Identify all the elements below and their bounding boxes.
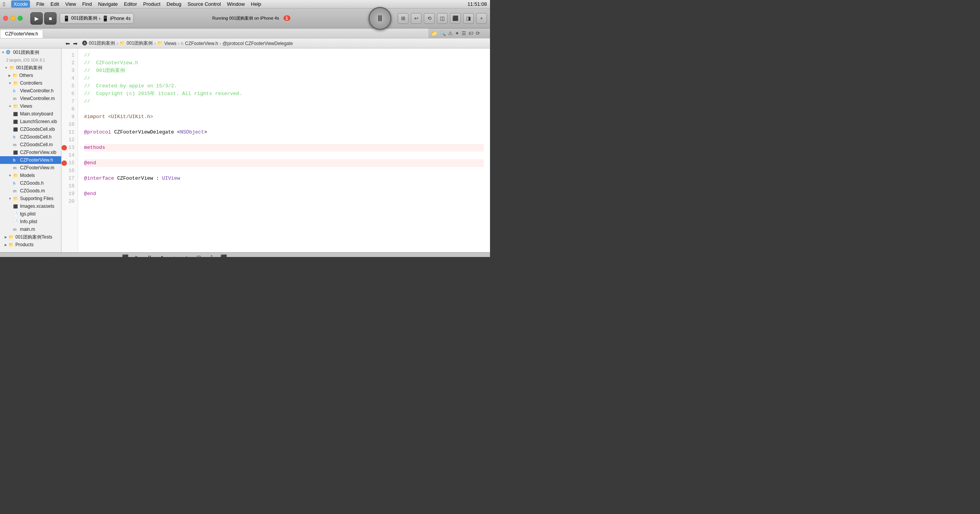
history-icon-btn[interactable]: ⟳ (476, 30, 480, 36)
editor-tab[interactable]: CZFooterView.h (0, 30, 43, 38)
error-indicator[interactable] (62, 145, 67, 150)
view-toggle-3[interactable]: ⊙ (40, 255, 49, 257)
breadcrumb-folder[interactable]: 001团购案例 (127, 40, 153, 47)
editor-pause-btn[interactable]: ⏸ (145, 253, 154, 257)
sidebar-item-viewcontroller-h[interactable]: h ViewController.h (0, 87, 61, 95)
source-icon-btn[interactable]: ✦ (455, 30, 459, 36)
breadcrumb-project[interactable]: 001团购案例 (89, 40, 115, 47)
sidebar-item-czgoodscell-h[interactable]: h CZGoodsCell.h (0, 133, 61, 141)
triangle-icon[interactable]: ▼ (8, 105, 12, 108)
add-file-button[interactable]: + (3, 255, 12, 257)
editor-location-btn[interactable]: ⤴ (207, 253, 216, 257)
sidebar-item-others[interactable]: ▶ 📁 Others (0, 72, 61, 79)
sidebar-item-info-plist[interactable]: 📄 Info.plist (0, 218, 61, 225)
sidebar-item-czgoods-h[interactable]: h CZGoods.h (0, 179, 61, 187)
minimize-button[interactable] (10, 16, 15, 21)
triangle-icon[interactable]: ▶ (5, 243, 7, 247)
sidebar-item-products[interactable]: ▶ 📁 Products (0, 241, 61, 249)
menu-window[interactable]: Window (227, 1, 245, 7)
sidebar-item-czfooterview-h[interactable]: h CZFooterView.h (0, 156, 61, 164)
sidebar-item-views[interactable]: ▼ 📁 Views (0, 102, 61, 110)
run-button[interactable]: ▶ (30, 12, 43, 25)
menu-help[interactable]: Help (251, 1, 261, 7)
triangle-icon[interactable]: ▼ (5, 66, 8, 70)
menu-product[interactable]: Product (143, 1, 160, 7)
layout-icon-3[interactable]: ⟲ (424, 13, 435, 24)
sidebar-item-viewcontroller-m[interactable]: m ViewController.m (0, 95, 61, 102)
triangle-icon[interactable]: ▶ (8, 74, 11, 77)
tag-icon-btn[interactable]: 🏷 (468, 30, 473, 36)
editor-scheme-icon[interactable]: ⬛ (219, 253, 228, 257)
layout-icon-6[interactable]: ◨ (463, 13, 474, 24)
sidebar-item-tests[interactable]: ▶ 📁 001团购案例Tests (0, 233, 61, 241)
sidebar-item-controllers[interactable]: ▼ 📁 Controllers (0, 79, 61, 87)
menu-navigate[interactable]: Navigate (98, 1, 118, 7)
layout-icon-2[interactable]: ↩ (411, 13, 422, 24)
triangle-icon[interactable]: ▼ (2, 51, 5, 54)
code-text[interactable]: // // CZFooterView.h // 001团购案例 // // Cr… (78, 48, 490, 252)
editor-play-btn[interactable]: ▶ (133, 253, 142, 257)
error-indicator[interactable] (62, 160, 67, 166)
menu-editor[interactable]: Editor (124, 1, 137, 7)
apple-menu[interactable]:  (3, 1, 5, 7)
triangle-icon[interactable]: ▼ (8, 174, 12, 177)
view-toggle-2[interactable]: ⏱ (28, 255, 37, 257)
m-file-icon: m (13, 227, 18, 232)
editor-step-btn[interactable]: ◆ (157, 253, 167, 257)
sidebar-item-czgoodscell-xib[interactable]: ⬛ CZGoodsCell.xib (0, 125, 61, 133)
sidebar-item-project-root[interactable]: ▼ 🅐 001团购案例 (0, 48, 61, 56)
breadcrumb-symbol[interactable]: @protocol CZFooterViewDelegate (223, 41, 293, 46)
sidebar-item-czgoodscell-m[interactable]: m CZGoodsCell.m (0, 141, 61, 149)
layout-icon-4[interactable]: ◫ (437, 13, 448, 24)
error-badge[interactable]: 1 (283, 15, 290, 21)
line-num-9: 9 (62, 113, 78, 121)
sidebar-item-images-xcassets[interactable]: ⬛ Images.xcassets (0, 202, 61, 210)
scheme-name: 001团购案例 (71, 15, 97, 22)
menu-source-control[interactable]: Source Control (187, 1, 221, 7)
sidebar-item-main-group[interactable]: ▼ 📁 001团购案例 (0, 64, 61, 72)
sidebar-item-models[interactable]: ▼ 📁 Models (0, 172, 61, 179)
menu-edit[interactable]: Edit (50, 1, 59, 7)
scheme-selector[interactable]: 📱 001团购案例 › 📱 iPhone 4s (60, 13, 134, 24)
editor-step-in[interactable]: ↕ (182, 253, 191, 257)
sidebar-item-czfooterview-m[interactable]: m CZFooterView.m (0, 164, 61, 172)
editor-split-btn[interactable]: ⊟ (194, 253, 203, 257)
line-num-5: 5 (62, 82, 78, 90)
sidebar-item-czfooterview-xib[interactable]: ⬛ CZFooterView.xib (0, 149, 61, 156)
running-status: Running 001团购案例 on iPhone 4s 1 (137, 15, 365, 21)
triangle-icon[interactable]: ▼ (8, 82, 12, 85)
sidebar-item-supporting-files[interactable]: ▼ 📁 Supporting Files (0, 195, 61, 202)
sidebar-item-czgoods-m[interactable]: m CZGoods.m (0, 187, 61, 195)
stop-button[interactable]: ■ (44, 12, 57, 25)
search-icon-btn[interactable]: 🔍 (440, 30, 446, 36)
menu-find[interactable]: Find (82, 1, 92, 7)
layout-icon-1[interactable]: ⊞ (398, 13, 408, 24)
layout-icon-5[interactable]: ⬛ (450, 13, 461, 24)
warning-icon-btn[interactable]: ⚠ (448, 30, 453, 36)
code-editor[interactable]: 1 2 3 4 5 6 7 8 9 10 11 12 13 14 15 (62, 48, 490, 252)
breadcrumb-file[interactable]: CZFooterView.h (185, 41, 218, 46)
menu-file[interactable]: File (36, 1, 44, 7)
editor-view-1[interactable]: ⬛ (120, 253, 130, 257)
pause-button[interactable]: ⏸ (368, 7, 392, 30)
maximize-button[interactable] (18, 16, 23, 21)
menu-debug[interactable]: Debug (167, 1, 181, 7)
editor-step-over[interactable]: ↓ (170, 253, 179, 257)
breadcrumb-views[interactable]: Views (164, 41, 177, 46)
folder-icon-btn[interactable]: 📁 (431, 30, 437, 36)
sidebar-item-tgs-plist[interactable]: 📄 tgs.plist (0, 210, 61, 218)
sidebar-label: CZFooterView.m (20, 165, 54, 170)
view-toggle-1[interactable]: ⊞ (15, 255, 25, 257)
sidebar-item-main-storyboard[interactable]: ⬛ Main.storyboard (0, 110, 61, 118)
sidebar-label: tgs.plist (20, 211, 36, 217)
triangle-icon[interactable]: ▶ (5, 235, 7, 239)
list-icon-btn[interactable]: ☰ (462, 30, 466, 36)
menu-xcode[interactable]: Xcode (11, 0, 30, 8)
triangle-icon[interactable]: ▼ (8, 197, 12, 200)
add-tab-icon[interactable]: + (476, 13, 487, 24)
close-button[interactable] (3, 16, 8, 21)
menu-view[interactable]: View (65, 1, 76, 7)
sidebar-item-main-m[interactable]: m main.m (0, 225, 61, 233)
scheme-icon: 📱 (63, 15, 70, 22)
sidebar-item-launchscreen[interactable]: ⬛ LaunchScreen.xib (0, 118, 61, 125)
